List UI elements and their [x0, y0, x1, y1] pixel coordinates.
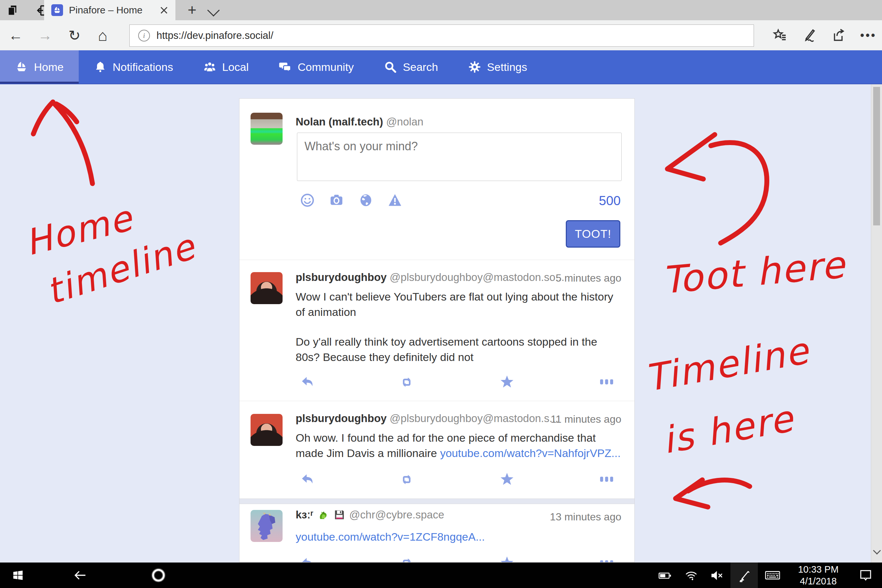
start-button[interactable]: [0, 562, 36, 588]
nav-item-search[interactable]: Search: [369, 50, 453, 84]
handle: @plsburydoughboy@mastodon.s...: [390, 412, 558, 424]
settings-more-icon[interactable]: •••: [855, 20, 881, 50]
tab-list-chevron-icon[interactable]: [209, 6, 218, 15]
display-name: kɜːʳ: [296, 508, 313, 521]
emoji-picker-icon[interactable]: [300, 193, 315, 208]
display-name: plsburydoughboy: [296, 271, 387, 283]
more-options-icon[interactable]: [599, 474, 614, 489]
post-body: Wow I can't believe YouTubers are flat o…: [296, 289, 622, 320]
add-media-icon[interactable]: [329, 193, 344, 208]
volume-muted-icon[interactable]: [704, 562, 730, 588]
char-counter: 500: [599, 194, 621, 208]
timeline-card: Nolan (malf.tech) @nolan 500 TOOT! pl: [239, 98, 635, 562]
sailboat-icon: [15, 60, 28, 74]
cortana-button[interactable]: [134, 562, 183, 588]
favorites-hub-icon[interactable]: [767, 20, 793, 50]
favorite-star-icon[interactable]: [500, 472, 514, 487]
display-name: Nolan (malf.tech): [296, 116, 383, 128]
clock-date: 4/1/2018: [798, 575, 838, 587]
reply-icon[interactable]: [300, 472, 315, 487]
nav-label: Community: [298, 61, 354, 74]
tab-close-icon[interactable]: [160, 6, 168, 14]
wifi-icon[interactable]: [678, 562, 704, 588]
privacy-globe-icon[interactable]: [358, 193, 374, 208]
post-timestamp[interactable]: 11 minutes ago: [551, 413, 621, 425]
nav-item-home[interactable]: Home: [0, 50, 79, 84]
taskbar-back-button[interactable]: [56, 562, 105, 588]
scrollbar-thumb[interactable]: [873, 87, 880, 225]
nav-label: Settings: [487, 61, 527, 74]
show-tabs-icon[interactable]: [3, 3, 24, 18]
display-name: plsburydoughboy: [296, 412, 387, 424]
browser-tab-bar: Pinafore – Home +: [0, 0, 882, 20]
bell-icon: [94, 60, 107, 74]
favorite-star-icon[interactable]: [500, 374, 514, 389]
clock-time: 10:33 PM: [798, 564, 838, 575]
home-button[interactable]: ⌂: [90, 20, 116, 50]
post-timestamp[interactable]: 13 minutes ago: [550, 511, 621, 523]
address-bar[interactable]: i https://dev.pinafore.social/: [129, 24, 754, 47]
handle: @nolan: [386, 116, 423, 128]
scrollbar-down-arrow-icon[interactable]: [873, 546, 881, 554]
screen: Pinafore – Home + ← → ↻ ⌂ i https://dev.…: [0, 0, 882, 588]
reply-icon[interactable]: [300, 374, 315, 389]
gear-icon: [468, 60, 481, 74]
site-info-icon[interactable]: i: [138, 30, 150, 42]
post-body: youtube.com/watch?v=1ZCF8ngqeA...: [296, 529, 622, 544]
favorite-star-icon[interactable]: [500, 555, 514, 562]
nav-label: Home: [34, 61, 64, 74]
post-account-name[interactable]: plsburydoughboy @plsburydoughboy@mastodo…: [296, 412, 558, 424]
back-button[interactable]: ←: [3, 20, 29, 50]
browser-tab[interactable]: Pinafore – Home: [44, 0, 176, 20]
vertical-scrollbar[interactable]: [871, 84, 882, 562]
more-options-icon[interactable]: [599, 558, 614, 562]
post-body: Do y'all really think toy advertisement …: [296, 334, 622, 365]
timeline-page: Nolan (malf.tech) @nolan 500 TOOT! pl: [0, 84, 871, 562]
post-body: Oh wow. I found the ad for the one piece…: [296, 430, 622, 461]
post-avatar[interactable]: [250, 510, 283, 542]
chat-bubbles-icon: [279, 60, 292, 74]
compose-account-name: Nolan (malf.tech) @nolan: [296, 116, 423, 128]
post-avatar[interactable]: [250, 414, 283, 446]
nav-item-local[interactable]: Local: [188, 50, 264, 84]
reply-icon[interactable]: [300, 555, 315, 562]
floppy-disk-emoji-icon: [333, 509, 345, 521]
compose-avatar[interactable]: [250, 113, 283, 145]
windows-taskbar: 10:33 PM4/1/2018: [0, 562, 882, 588]
forward-button[interactable]: →: [32, 20, 58, 50]
nav-item-settings[interactable]: Settings: [453, 50, 542, 84]
handle: @plsburydoughboy@mastodon.so...: [390, 271, 564, 283]
refresh-button[interactable]: ↻: [62, 20, 87, 50]
pinafore-nav: Home Notifications Local Community Searc…: [0, 50, 882, 84]
post-link[interactable]: youtube.com/watch?v=1ZCF8ngqeA...: [296, 531, 485, 543]
pinafore-favicon-icon: [51, 4, 63, 16]
nav-label: Notifications: [113, 61, 173, 74]
toot-button[interactable]: TOOT!: [566, 220, 620, 248]
boost-icon[interactable]: [399, 556, 414, 562]
web-note-pen-icon[interactable]: [796, 20, 822, 50]
touch-keyboard-icon[interactable]: [758, 562, 787, 588]
nav-label: Local: [222, 61, 249, 74]
more-options-icon[interactable]: [599, 377, 614, 392]
post-link[interactable]: youtube.com/watch?v=NahfojrVPZ...: [440, 447, 621, 459]
post-avatar[interactable]: [250, 272, 283, 304]
url-text: https://dev.pinafore.social/: [156, 30, 273, 42]
windows-ink-pen-icon[interactable]: [730, 562, 758, 588]
nav-item-community[interactable]: Community: [264, 50, 369, 84]
share-icon[interactable]: [826, 20, 852, 50]
compose-input[interactable]: [297, 133, 622, 181]
content-warning-icon[interactable]: [387, 193, 402, 208]
taskbar-clock[interactable]: 10:33 PM4/1/2018: [787, 562, 849, 588]
post-timestamp[interactable]: 5 minutes ago: [556, 272, 621, 284]
search-icon: [384, 60, 397, 74]
nav-label: Search: [403, 61, 438, 74]
new-tab-button[interactable]: +: [183, 2, 201, 18]
post-account-name[interactable]: plsburydoughboy @plsburydoughboy@mastodo…: [296, 271, 564, 284]
boost-icon[interactable]: [399, 472, 414, 488]
post-account-name[interactable]: kɜːʳ @chr@cybre.space: [296, 508, 444, 521]
people-icon: [203, 60, 216, 74]
battery-icon[interactable]: [652, 562, 678, 588]
boost-icon[interactable]: [399, 375, 414, 390]
action-center-icon[interactable]: [849, 562, 882, 588]
nav-item-notifications[interactable]: Notifications: [79, 50, 188, 84]
